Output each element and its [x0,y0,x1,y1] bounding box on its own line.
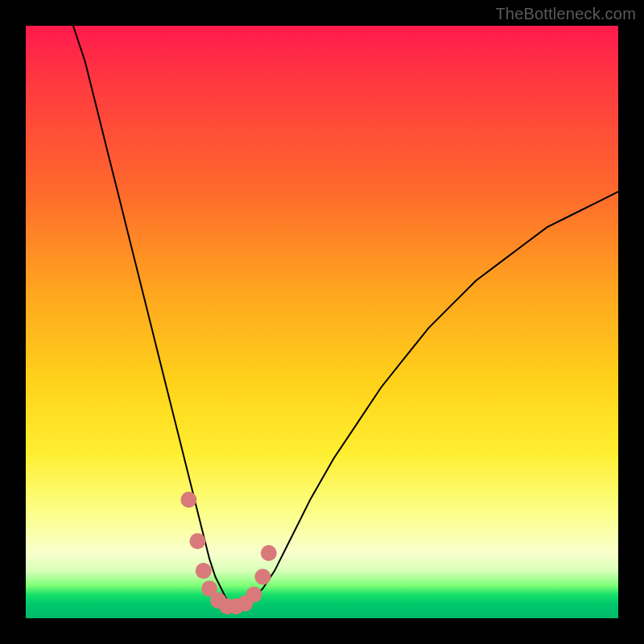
highlight-marker [261,545,277,561]
highlight-marker [246,587,262,603]
curve-layer [26,26,618,618]
highlight-marker [189,533,205,549]
chart-frame: TheBottleneck.com [0,0,644,644]
highlight-marker [180,492,196,508]
highlight-marker [196,563,212,579]
highlight-marker [254,569,270,585]
highlight-markers [180,492,276,615]
bottleneck-curve [73,26,618,606]
watermark-text: TheBottleneck.com [495,5,636,23]
plot-area [26,26,618,618]
